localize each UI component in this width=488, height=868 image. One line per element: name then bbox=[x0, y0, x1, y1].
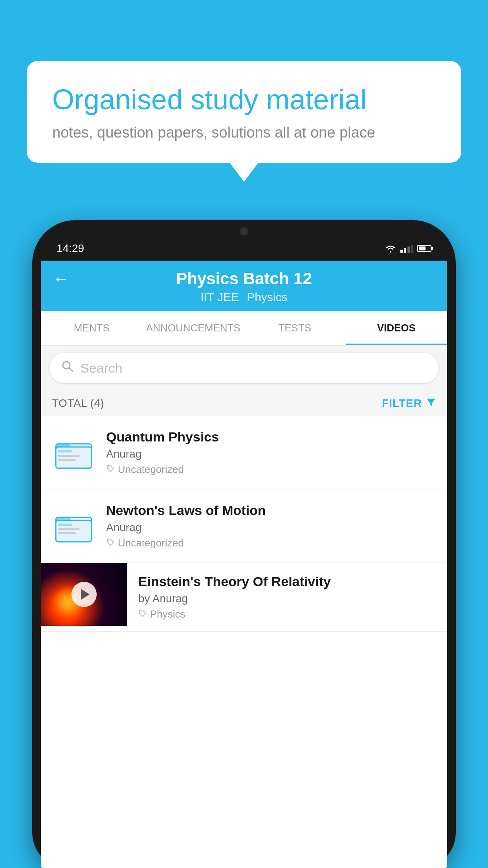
tag-icon-1 bbox=[106, 537, 115, 549]
video-info-1: Newton's Laws of Motion Anurag Uncategor… bbox=[106, 503, 436, 549]
tab-bar: MENTS ANNOUNCEMENTS TESTS VIDEOS bbox=[41, 311, 447, 346]
svg-line-1 bbox=[69, 368, 73, 371]
speech-bubble: Organised study material notes, question… bbox=[27, 61, 461, 163]
back-button[interactable]: ← bbox=[53, 269, 69, 288]
item-thumbnail-1 bbox=[52, 504, 95, 548]
battery-icon bbox=[417, 245, 431, 252]
video-info-0: Quantum Physics Anurag Uncategorized bbox=[106, 429, 436, 476]
search-container: Search bbox=[41, 346, 447, 390]
tag-icon-0 bbox=[106, 463, 115, 476]
subtitle-tag-1: Physics bbox=[247, 291, 287, 304]
play-button[interactable] bbox=[72, 582, 97, 607]
svg-rect-13 bbox=[58, 532, 76, 534]
phone-outer: 14:29 bbox=[32, 220, 456, 868]
svg-marker-2 bbox=[427, 399, 435, 406]
video-title-2: Einstein's Theory Of Relativity bbox=[138, 574, 436, 589]
video-tag-0: Uncategorized bbox=[106, 463, 436, 476]
phone-frame: 14:29 bbox=[32, 220, 456, 868]
signal-icon bbox=[400, 244, 413, 253]
bubble-title: Organised study material bbox=[52, 83, 436, 116]
svg-rect-11 bbox=[58, 524, 72, 526]
video-tag-1: Uncategorized bbox=[106, 537, 436, 549]
item-thumbnail-0 bbox=[52, 431, 95, 474]
search-placeholder: Search bbox=[80, 360, 123, 376]
total-label: TOTAL (4) bbox=[52, 397, 104, 410]
filter-button[interactable]: FILTER bbox=[382, 397, 436, 410]
status-time: 14:29 bbox=[57, 242, 84, 255]
list-item[interactable]: Einstein's Theory Of Relativity by Anura… bbox=[41, 563, 447, 632]
svg-rect-6 bbox=[58, 455, 80, 457]
tag-icon-2 bbox=[138, 608, 147, 620]
phone-screen: ← Physics Batch 12 IIT JEE Physics MENTS… bbox=[41, 261, 447, 868]
camera bbox=[240, 227, 248, 235]
svg-rect-5 bbox=[58, 450, 72, 452]
tab-announcements[interactable]: ANNOUNCEMENTS bbox=[143, 311, 244, 345]
header-title: Physics Batch 12 bbox=[176, 269, 312, 288]
filter-icon bbox=[426, 397, 436, 410]
svg-point-14 bbox=[108, 540, 110, 541]
svg-point-8 bbox=[108, 467, 110, 468]
header-subtitle: IIT JEE Physics bbox=[200, 291, 287, 304]
wifi-icon bbox=[385, 244, 396, 253]
app-header: ← Physics Batch 12 IIT JEE Physics bbox=[41, 261, 447, 311]
video-info-2: Einstein's Theory Of Relativity by Anura… bbox=[127, 563, 447, 631]
status-icons bbox=[385, 244, 431, 253]
tab-ments[interactable]: MENTS bbox=[41, 311, 143, 345]
svg-rect-7 bbox=[58, 459, 76, 461]
speech-bubble-container: Organised study material notes, question… bbox=[27, 61, 461, 163]
bubble-subtitle: notes, question papers, solutions all at… bbox=[52, 124, 436, 141]
folder-icon bbox=[55, 434, 92, 471]
header-row: ← Physics Batch 12 bbox=[53, 269, 435, 288]
folder-icon bbox=[55, 508, 92, 545]
subtitle-tag-0: IIT JEE bbox=[200, 291, 239, 304]
video-author-0: Anurag bbox=[106, 448, 436, 460]
video-title-0: Quantum Physics bbox=[106, 429, 436, 445]
phone-notch bbox=[209, 220, 279, 242]
filter-label: FILTER bbox=[382, 397, 422, 410]
search-bar[interactable]: Search bbox=[50, 353, 438, 383]
list-item[interactable]: Quantum Physics Anurag Uncategorized bbox=[41, 416, 447, 489]
video-tag-2: Physics bbox=[138, 608, 436, 620]
filter-row: TOTAL (4) FILTER bbox=[41, 390, 447, 416]
play-icon bbox=[81, 589, 90, 600]
search-icon bbox=[61, 360, 74, 376]
video-title-1: Newton's Laws of Motion bbox=[106, 503, 436, 518]
video-list: Quantum Physics Anurag Uncategorized bbox=[41, 416, 447, 632]
list-item[interactable]: Newton's Laws of Motion Anurag Uncategor… bbox=[41, 489, 447, 563]
tab-videos[interactable]: VIDEOS bbox=[346, 311, 448, 345]
video-thumbnail-2 bbox=[41, 563, 127, 626]
video-author-1: Anurag bbox=[106, 521, 436, 534]
svg-rect-12 bbox=[58, 528, 80, 530]
tab-tests[interactable]: TESTS bbox=[244, 311, 346, 345]
svg-point-15 bbox=[141, 611, 142, 612]
video-author-2: by Anurag bbox=[138, 592, 436, 605]
